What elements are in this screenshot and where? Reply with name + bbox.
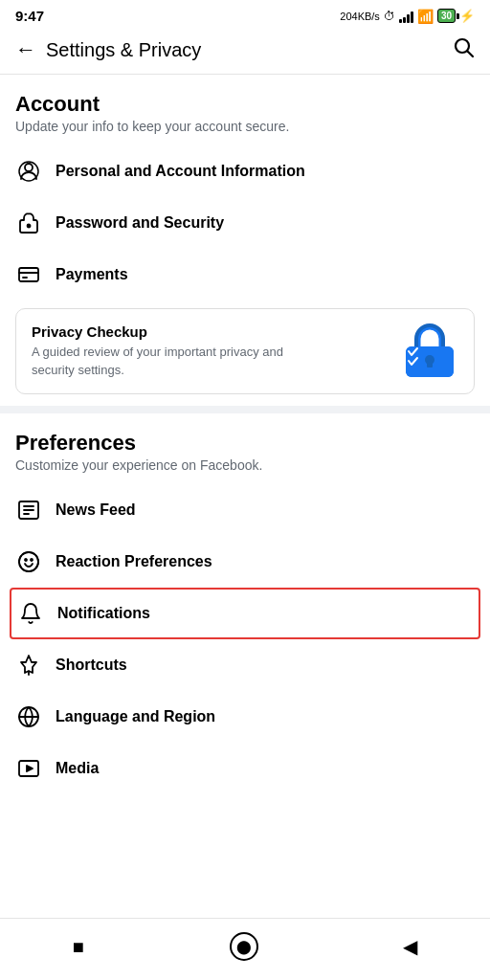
shortcuts-icon <box>15 652 42 679</box>
bottom-home-button[interactable]: ⬤ <box>230 932 258 961</box>
charging-icon: ⚡ <box>459 9 475 23</box>
password-icon <box>15 210 42 236</box>
notifications-icon <box>17 600 44 627</box>
newsfeed-label: News Feed <box>56 501 136 519</box>
status-bar: 9:47 204KB/s ⏱ 📶 30 ⚡ <box>0 0 490 28</box>
newsfeed-icon <box>15 497 42 523</box>
privacy-card-title: Privacy Checkup <box>32 323 319 340</box>
section-divider <box>0 406 490 413</box>
preferences-section-title: Preferences <box>15 431 475 456</box>
menu-item-shortcuts[interactable]: Shortcuts <box>15 639 475 691</box>
svg-point-2 <box>25 164 33 171</box>
menu-item-reaction[interactable]: Reaction Preferences <box>15 536 475 588</box>
content: Account Update your info to keep your ac… <box>0 75 490 794</box>
signal-bars-icon <box>399 10 413 23</box>
password-label: Password and Security <box>56 214 224 232</box>
menu-item-payments[interactable]: Payments <box>15 249 475 301</box>
privacy-lock-icon <box>401 323 458 380</box>
menu-item-personal[interactable]: Personal and Account Information <box>15 145 475 197</box>
search-button[interactable] <box>452 35 475 64</box>
nav-left: ← Settings & Privacy <box>15 37 201 62</box>
svg-point-17 <box>31 559 33 561</box>
preferences-section-subtitle: Customize your experience on Facebook. <box>15 457 475 473</box>
network-speed: 204KB/s <box>340 11 380 22</box>
status-icons: 204KB/s ⏱ 📶 30 ⚡ <box>340 9 475 24</box>
media-label: Media <box>56 760 99 777</box>
alarm-icon: ⏱ <box>384 10 395 23</box>
back-button[interactable]: ← <box>15 37 36 62</box>
personal-icon <box>15 158 42 185</box>
account-section-title: Account <box>15 92 475 117</box>
reaction-label: Reaction Preferences <box>56 553 212 570</box>
bottom-square-button[interactable]: ■ <box>73 936 84 958</box>
wifi-icon: 📶 <box>417 9 434 24</box>
language-label: Language and Region <box>56 708 215 725</box>
battery-indicator: 30 <box>437 9 456 23</box>
menu-item-newsfeed[interactable]: News Feed <box>15 484 475 536</box>
personal-label: Personal and Account Information <box>56 163 305 180</box>
top-nav: ← Settings & Privacy <box>0 28 490 75</box>
menu-item-media[interactable]: Media <box>15 743 475 794</box>
payments-icon <box>15 261 42 288</box>
page-title: Settings & Privacy <box>46 39 201 61</box>
privacy-card-text: Privacy Checkup A guided review of your … <box>32 323 319 378</box>
svg-marker-22 <box>27 766 33 771</box>
status-time: 9:47 <box>15 8 44 24</box>
privacy-card-desc: A guided review of your important privac… <box>32 344 319 378</box>
payments-label: Payments <box>56 266 128 283</box>
menu-item-language[interactable]: Language and Region <box>15 691 475 743</box>
shortcuts-label: Shortcuts <box>56 657 127 674</box>
account-section-subtitle: Update your info to keep your account se… <box>15 119 475 134</box>
svg-point-16 <box>25 559 27 561</box>
menu-item-notifications[interactable]: Notifications <box>10 588 480 639</box>
account-section: Account Update your info to keep your ac… <box>0 75 490 394</box>
language-icon <box>15 703 42 730</box>
svg-rect-10 <box>427 361 433 368</box>
svg-rect-5 <box>19 268 38 281</box>
preferences-section: Preferences Customize your experience on… <box>0 413 490 794</box>
media-icon <box>15 755 42 782</box>
reaction-icon <box>15 548 42 575</box>
menu-item-password[interactable]: Password and Security <box>15 197 475 249</box>
svg-line-1 <box>468 52 474 57</box>
bottom-nav: ■ ⬤ ◀ <box>0 918 490 980</box>
svg-point-4 <box>28 225 31 228</box>
bottom-back-button[interactable]: ◀ <box>403 935 417 958</box>
notifications-label: Notifications <box>57 605 150 622</box>
privacy-checkup-card[interactable]: Privacy Checkup A guided review of your … <box>15 308 475 394</box>
